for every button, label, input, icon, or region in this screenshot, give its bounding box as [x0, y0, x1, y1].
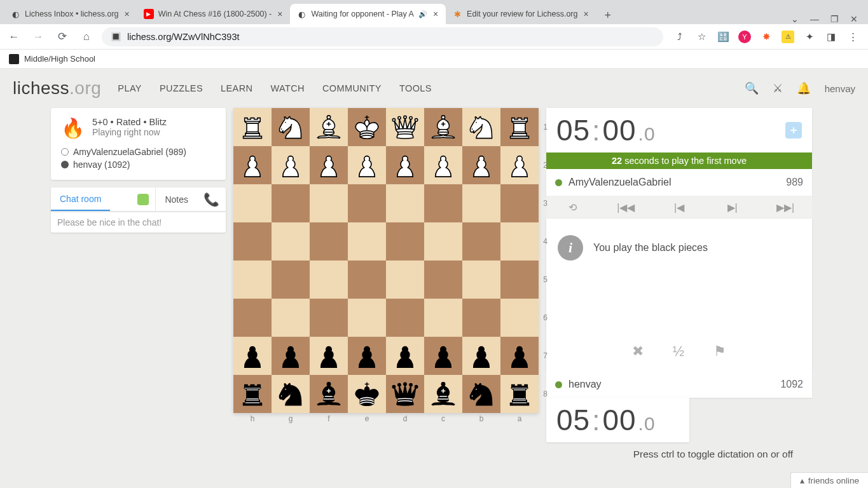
- main-nav: PLAY PUZZLES LEARN WATCH COMMUNITY TOOLS: [118, 83, 432, 93]
- sidepanel-icon[interactable]: ◨: [825, 30, 837, 43]
- user-menu[interactable]: henvay: [825, 83, 855, 94]
- close-window-icon[interactable]: ✕: [850, 14, 858, 24]
- lichess-icon: ◐: [296, 9, 307, 19]
- close-icon[interactable]: ×: [582, 9, 589, 19]
- translate-icon[interactable]: 🔠: [717, 30, 729, 43]
- tab-title: Edit your review for Lichess.org: [467, 10, 577, 18]
- tab-title: Waiting for opponent - Play A: [311, 10, 413, 18]
- bookmark-star-icon[interactable]: ☆: [695, 30, 708, 43]
- nav-puzzles[interactable]: PUZZLES: [160, 83, 203, 93]
- browser-tab[interactable]: ▶Win At Chess #16 (1800-2500) -×: [137, 4, 291, 24]
- window-controls: ⌄ — ❐ ✕: [791, 14, 864, 24]
- maximize-icon[interactable]: ❐: [830, 14, 839, 24]
- search-icon[interactable]: 🔍: [745, 81, 759, 95]
- minimize-icon[interactable]: —: [810, 14, 819, 24]
- bookmark-item[interactable]: Middle/High School: [24, 54, 95, 64]
- nav-learn[interactable]: LEARN: [221, 83, 252, 93]
- ext-icon[interactable]: ✸: [760, 30, 773, 43]
- ext-icon[interactable]: Y: [738, 30, 751, 43]
- forward-button[interactable]: →: [29, 28, 47, 46]
- audio-icon[interactable]: 🔊: [418, 10, 427, 18]
- ext-icon[interactable]: ⚠: [782, 30, 794, 43]
- tab-title: Lichess Inbox • lichess.org: [25, 10, 119, 18]
- menu-icon[interactable]: ⋮: [846, 30, 859, 43]
- browser-tab-active[interactable]: ◐Waiting for opponent - Play A🔊×: [290, 4, 446, 24]
- reload-button[interactable]: ⟳: [53, 28, 71, 46]
- browser-toolbar: ← → ⟳ ⌂ 🔳lichess.org/WZwVlNhC393t ⤴ ☆ 🔠 …: [0, 24, 868, 50]
- address-bar[interactable]: 🔳lichess.org/WZwVlNhC393t: [102, 27, 663, 46]
- lichess-logo[interactable]: lichess.org: [13, 78, 101, 98]
- back-button[interactable]: ←: [5, 28, 23, 46]
- site-info-icon[interactable]: 🔳: [111, 32, 121, 41]
- close-icon[interactable]: ×: [432, 9, 439, 19]
- bookmarks-bar: Middle/High School: [0, 50, 868, 69]
- browser-tabstrip: ◐Lichess Inbox • lichess.org× ▶Win At Ch…: [0, 0, 868, 24]
- close-icon[interactable]: ×: [123, 9, 131, 19]
- chevron-down-icon[interactable]: ⌄: [791, 14, 799, 24]
- new-tab-button[interactable]: +: [599, 6, 617, 24]
- nav-play[interactable]: PLAY: [118, 83, 142, 93]
- browser-tab[interactable]: ✱Edit your review for Lichess.org×: [446, 4, 596, 24]
- url-text: lichess.org/WZwVlNhC393t: [127, 32, 239, 42]
- extensions: ⤴ ☆ 🔠 Y ✸ ⚠ ✦ ◨ ⋮: [670, 30, 863, 43]
- site-header: lichess.org PLAY PUZZLES LEARN WATCH COM…: [0, 69, 868, 108]
- bookmark-favicon: [9, 54, 19, 64]
- challenge-icon[interactable]: ⚔: [773, 81, 783, 95]
- review-icon: ✱: [452, 9, 462, 19]
- extensions-icon[interactable]: ✦: [803, 30, 816, 43]
- nav-community[interactable]: COMMUNITY: [322, 83, 382, 93]
- tab-title: Win At Chess #16 (1800-2500) -: [158, 10, 272, 18]
- bell-icon[interactable]: 🔔: [797, 81, 811, 95]
- home-button[interactable]: ⌂: [78, 28, 95, 46]
- share-icon[interactable]: ⤴: [673, 30, 686, 43]
- lichess-icon: ◐: [10, 9, 20, 19]
- close-icon[interactable]: ×: [276, 9, 284, 19]
- youtube-icon: ▶: [144, 9, 154, 19]
- nav-watch[interactable]: WATCH: [270, 83, 305, 93]
- browser-tab[interactable]: ◐Lichess Inbox • lichess.org×: [4, 4, 137, 24]
- nav-tools[interactable]: TOOLS: [399, 83, 432, 93]
